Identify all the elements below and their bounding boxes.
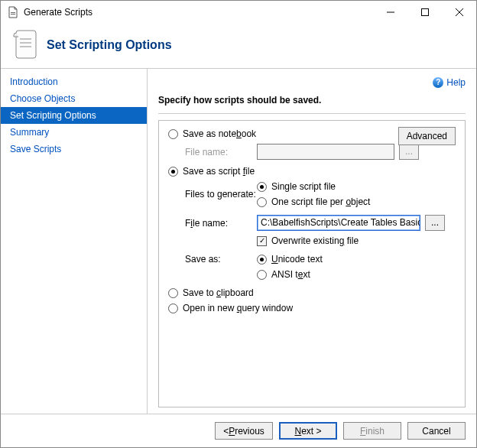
previous-button[interactable]: < Previous: [215, 422, 273, 440]
help-link[interactable]: Help: [446, 77, 466, 88]
ansi-label[interactable]: ANSI text: [271, 269, 310, 280]
overwrite-label[interactable]: Overwrite existing file: [271, 235, 359, 246]
files-to-generate-label: Files to generate:: [185, 189, 257, 200]
sidebar-item-summary[interactable]: Summary: [1, 124, 147, 141]
wizard-window: Generate Scripts Set Scripting Options I…: [0, 0, 477, 448]
next-button[interactable]: Next >: [279, 422, 337, 440]
svg-rect-3: [421, 9, 428, 16]
save-clipboard-row: Save to clipboard: [168, 287, 456, 298]
overwrite-row: Overwrite existing file: [185, 235, 456, 246]
overwrite-checkbox[interactable]: [257, 236, 267, 246]
sidebar-item-introduction[interactable]: Introduction: [1, 73, 147, 90]
finish-button: Finish: [343, 422, 401, 440]
sidebar-item-choose-objects[interactable]: Choose Objects: [1, 90, 147, 107]
save-scriptfile-radio[interactable]: [168, 167, 178, 177]
notebook-filename-label: File name:: [185, 147, 257, 157]
close-button[interactable]: [442, 1, 476, 24]
advanced-button[interactable]: Advanced: [398, 127, 456, 145]
open-newquery-radio[interactable]: [168, 304, 178, 313]
options-pane: Advanced Save as notebook File name: ...: [158, 120, 466, 407]
per-object-radio[interactable]: [257, 197, 267, 207]
main-panel: ? Help Specify how scripts should be sav…: [148, 69, 476, 414]
notebook-filename-row: File name: ...: [185, 144, 456, 160]
header-band: Set Scripting Options: [1, 24, 476, 68]
save-as-row: Save as: Unicode text ANSI text: [185, 254, 456, 280]
open-newquery-label[interactable]: Open in new query window: [183, 303, 293, 313]
notebook-filename-input: [257, 144, 394, 160]
save-notebook-label[interactable]: Save as notebook: [183, 128, 256, 139]
open-newquery-row: Open in new query window: [168, 303, 456, 313]
scroll-icon: [11, 30, 39, 60]
per-object-label[interactable]: One script file per object: [271, 196, 370, 207]
sidebar-item-save-scripts[interactable]: Save Scripts: [1, 141, 147, 157]
divider: [158, 113, 466, 114]
titlebar: Generate Scripts: [1, 1, 476, 24]
sidebar-item-set-scripting-options[interactable]: Set Scripting Options: [1, 107, 147, 124]
help-bar: ? Help: [158, 75, 466, 90]
footer: < Previous Next > Finish Cancel: [1, 414, 476, 447]
notebook-browse-button: ...: [399, 144, 419, 160]
save-as-label: Save as:: [185, 254, 257, 265]
files-to-generate-row: Files to generate: Single script file On…: [185, 181, 456, 207]
cancel-button[interactable]: Cancel: [407, 422, 466, 440]
scriptfile-filename-label: File name:: [185, 218, 257, 229]
minimize-button[interactable]: [373, 1, 407, 24]
unicode-radio[interactable]: [257, 255, 267, 265]
columns: Introduction Choose Objects Set Scriptin…: [1, 68, 476, 414]
help-icon: ?: [433, 77, 443, 88]
scriptfile-browse-button[interactable]: ...: [425, 215, 445, 231]
unicode-label[interactable]: Unicode text: [271, 254, 323, 265]
save-clipboard-label[interactable]: Save to clipboard: [183, 287, 254, 298]
single-script-label[interactable]: Single script file: [271, 181, 336, 192]
window-title: Generate Scripts: [24, 7, 373, 18]
save-notebook-radio[interactable]: [168, 129, 178, 139]
scriptfile-filename-input[interactable]: C:\BabelfishScripts\Create Tables Basic …: [257, 215, 420, 231]
save-scriptfile-row: Save as script file: [168, 166, 456, 177]
instruction-text: Specify how scripts should be saved.: [158, 95, 466, 106]
sidebar: Introduction Choose Objects Set Scriptin…: [1, 69, 148, 414]
ansi-radio[interactable]: [257, 270, 267, 280]
save-scriptfile-label[interactable]: Save as script file: [183, 166, 255, 177]
page-title: Set Scripting Options: [47, 38, 172, 52]
save-clipboard-radio[interactable]: [168, 288, 178, 298]
svg-rect-0: [11, 12, 15, 13]
scriptfile-filename-row: File name: C:\BabelfishScripts\Create Ta…: [185, 215, 456, 231]
svg-rect-1: [11, 14, 15, 15]
window-buttons: [373, 1, 476, 24]
single-script-radio[interactable]: [257, 182, 267, 192]
app-icon: [7, 6, 19, 18]
maximize-button[interactable]: [407, 1, 442, 24]
